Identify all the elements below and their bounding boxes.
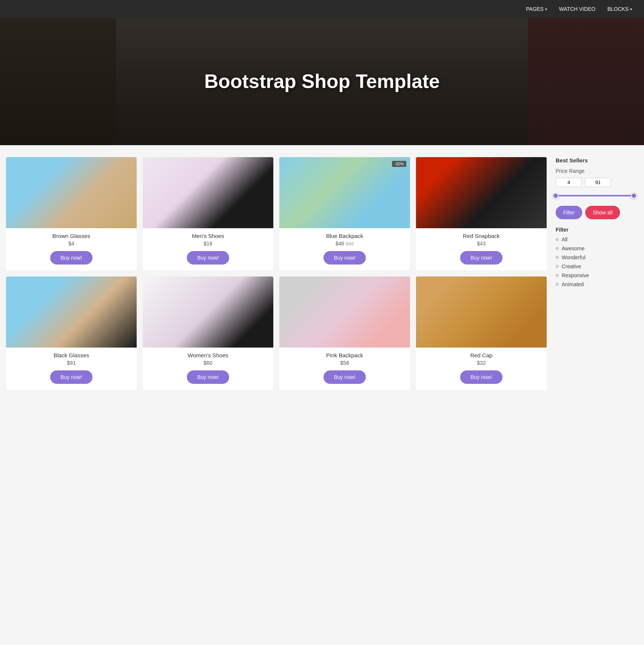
product-price-red-snapback: $43	[477, 241, 486, 247]
product-card-red-snapback: Red Snapback$43Buy now!	[416, 157, 547, 270]
filter-dot-icon	[556, 265, 559, 268]
product-card-womens-shoes: Women's Shoes$60Buy now!	[143, 276, 273, 390]
product-price-womens-shoes: $60	[204, 360, 212, 366]
product-image-blue-backpack: -50%	[279, 157, 410, 228]
filter-section-label: Filter	[556, 227, 638, 233]
filter-dot-icon	[556, 247, 559, 250]
buy-button-brown-glasses[interactable]: Buy now!	[50, 251, 93, 265]
filter-item-awesome[interactable]: Awesome	[556, 245, 638, 251]
filter-item-all[interactable]: All	[556, 236, 638, 242]
product-image-red-cap	[416, 276, 547, 348]
product-price-red-cap: $32	[477, 360, 486, 366]
product-card-mens-shoes: Men's Shoes$16Buy now!	[143, 157, 273, 270]
buy-button-red-snapback[interactable]: Buy now!	[460, 251, 503, 265]
product-card-pink-backpack: Pink Backpack$58Buy now!	[279, 276, 410, 390]
filter-dot-icon	[556, 238, 559, 241]
filter-item-animated[interactable]: Animated	[556, 281, 638, 287]
hero-section: Bootstrap Shop Template	[0, 18, 644, 145]
main-content: Brown Glasses$4Buy now!Men's Shoes$16Buy…	[0, 145, 644, 402]
buy-button-black-glasses[interactable]: Buy now!	[50, 370, 93, 384]
buy-button-mens-shoes[interactable]: Buy now!	[187, 251, 230, 265]
product-name-mens-shoes: Men's Shoes	[192, 233, 224, 239]
product-name-pink-backpack: Pink Backpack	[326, 352, 363, 358]
price-inputs	[556, 178, 638, 187]
product-image-red-snapback	[416, 157, 547, 228]
buy-button-red-cap[interactable]: Buy now!	[460, 370, 503, 384]
product-price-pink-backpack: $58	[340, 360, 349, 366]
filter-dot-icon	[556, 274, 559, 277]
product-image-womens-shoes	[143, 276, 273, 348]
product-card-black-glasses: Black Glasses$91Buy now!	[6, 276, 137, 390]
product-name-black-glasses: Black Glasses	[54, 352, 89, 358]
nav-item-watch-video[interactable]: WATCH VIDEO	[559, 6, 595, 12]
filter-item-creative[interactable]: Creative	[556, 263, 638, 269]
product-name-blue-backpack: Blue Backpack	[326, 233, 363, 239]
show-all-button[interactable]: Show all	[585, 206, 620, 219]
product-price-mens-shoes: $16	[204, 241, 212, 247]
filter-item-responsive[interactable]: Responsive	[556, 272, 638, 278]
products-grid: Brown Glasses$4Buy now!Men's Shoes$16Buy…	[6, 157, 547, 390]
product-name-red-cap: Red Cap	[470, 352, 492, 358]
product-card-red-cap: Red Cap$32Buy now!	[416, 276, 547, 390]
price-range-label: Price Range	[556, 168, 638, 174]
filter-label-awesome: Awesome	[562, 245, 584, 251]
filter-label-responsive: Responsive	[562, 272, 589, 278]
navbar: PAGES▾WATCH VIDEOBLOCKS▾	[0, 0, 644, 18]
sidebar: Best Sellers Price Range Filter Show all…	[556, 157, 638, 390]
discount-badge-blue-backpack: -50%	[392, 161, 406, 167]
price-max-input[interactable]	[585, 178, 611, 187]
product-price-black-glasses: $91	[67, 360, 76, 366]
product-image-brown-glasses	[6, 157, 137, 228]
buy-button-womens-shoes[interactable]: Buy now!	[187, 370, 230, 384]
buy-button-pink-backpack[interactable]: Buy now!	[323, 370, 366, 384]
price-min-input[interactable]	[556, 178, 582, 187]
filter-label-all: All	[562, 236, 568, 242]
filter-item-wonderful[interactable]: Wonderful	[556, 254, 638, 260]
filter-label-animated: Animated	[562, 281, 584, 287]
nav-item-pages[interactable]: PAGES▾	[526, 6, 547, 12]
best-sellers-label: Best Sellers	[556, 157, 638, 163]
product-name-brown-glasses: Brown Glasses	[52, 233, 90, 239]
filter-label-wonderful: Wonderful	[562, 254, 586, 260]
buy-button-blue-backpack[interactable]: Buy now!	[323, 251, 366, 265]
product-price-brown-glasses: $4	[69, 241, 75, 247]
filter-button[interactable]: Filter	[556, 206, 582, 219]
product-name-red-snapback: Red Snapback	[463, 233, 499, 239]
product-card-brown-glasses: Brown Glasses$4Buy now!	[6, 157, 137, 270]
filter-dot-icon	[556, 256, 559, 259]
range-thumb-right[interactable]	[631, 193, 637, 199]
filter-label-creative: Creative	[562, 263, 581, 269]
chevron-down-icon: ▾	[545, 7, 547, 11]
product-image-black-glasses	[6, 276, 137, 348]
range-fill	[556, 195, 634, 196]
product-original-price-blue-backpack: $92	[346, 241, 354, 247]
hero-title: Bootstrap Shop Template	[204, 70, 440, 93]
filter-dot-icon	[556, 283, 559, 286]
filter-list: AllAwesomeWonderfulCreativeResponsiveAni…	[556, 236, 638, 287]
nav-item-blocks[interactable]: BLOCKS▾	[607, 6, 632, 12]
product-name-womens-shoes: Women's Shoes	[188, 352, 228, 358]
product-image-mens-shoes	[143, 157, 273, 228]
product-image-pink-backpack	[279, 276, 410, 348]
price-range-slider[interactable]	[556, 192, 638, 199]
sidebar-buttons: Filter Show all	[556, 206, 638, 219]
product-card-blue-backpack: -50%Blue Backpack$46$92Buy now!	[279, 157, 410, 270]
range-thumb-left[interactable]	[553, 193, 559, 199]
chevron-down-icon: ▾	[630, 7, 632, 11]
product-price-blue-backpack: $46$92	[335, 241, 354, 247]
